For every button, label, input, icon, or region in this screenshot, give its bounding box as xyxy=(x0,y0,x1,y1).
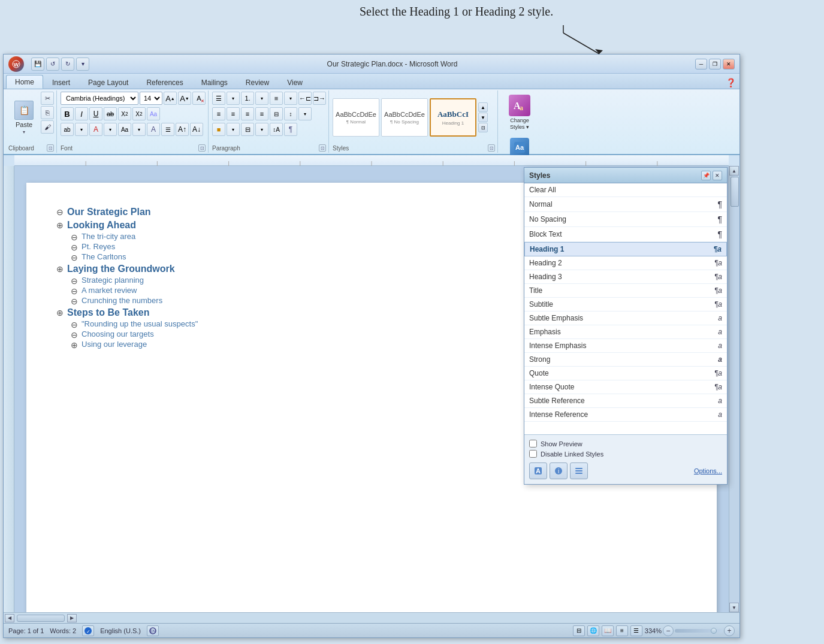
style-no-spacing-card[interactable]: AaBbCcDdEe ¶ No Spacing xyxy=(381,98,428,137)
style-inspector-btn[interactable]: i xyxy=(550,462,568,479)
styles-list[interactable]: Clear All Normal ¶ No Spacing ¶ Block Te… xyxy=(524,183,727,435)
font-family-select[interactable]: Cambria (Headings) xyxy=(61,92,138,105)
copy-button[interactable]: ⎘ xyxy=(41,106,54,119)
numbering-dropdown[interactable]: ▾ xyxy=(255,92,268,105)
numbering-btn[interactable]: 1. xyxy=(241,92,254,105)
dropdown-scale[interactable]: ▾ xyxy=(132,123,146,136)
style-normal-card[interactable]: AaBbCcDdEe ¶ Normal xyxy=(333,98,379,137)
outline-text-10[interactable]: Steps to Be Taken xyxy=(67,307,150,318)
styles-scroll-up[interactable]: ▲ xyxy=(478,102,488,112)
style-item-heading2[interactable]: Heading 2 ¶a xyxy=(524,256,727,270)
change-case-btn[interactable]: ☰ xyxy=(161,123,174,136)
manage-styles-btn[interactable] xyxy=(570,462,588,479)
style-item-intense-quote[interactable]: Intense Quote ¶a xyxy=(524,380,727,394)
style-item-heading1[interactable]: Heading 1 ¶a xyxy=(524,242,727,256)
tab-home[interactable]: Home xyxy=(6,75,43,89)
style-item-no-spacing[interactable]: No Spacing ¶ xyxy=(524,212,727,227)
save-quick-btn[interactable]: 💾 xyxy=(31,58,44,71)
subscript-button[interactable]: X2 xyxy=(118,107,131,120)
strikethrough-button[interactable]: ab xyxy=(104,107,117,120)
styles-panel-close[interactable]: ✕ xyxy=(713,171,722,180)
scroll-thumb[interactable] xyxy=(731,177,739,207)
h-scroll-thumb[interactable] xyxy=(17,615,65,622)
font-expand[interactable]: ⊡ xyxy=(198,144,206,152)
outline-text-13[interactable]: Using our leverage xyxy=(82,340,147,349)
close-btn[interactable]: ✕ xyxy=(723,59,735,69)
dropdown-highlight[interactable]: ▾ xyxy=(75,123,88,136)
outline-text-1[interactable]: Our Strategic Plan xyxy=(67,207,151,217)
disable-linked-label[interactable]: Disable Linked Styles xyxy=(541,451,603,458)
styles-panel-header[interactable]: Styles 📌 ✕ xyxy=(524,168,727,183)
style-heading1-card[interactable]: AaBbCcI Heading 1 xyxy=(430,98,476,137)
outline-text-6[interactable]: Laying the Groundwork xyxy=(67,264,175,274)
show-marks-btn[interactable]: ¶ xyxy=(284,123,297,136)
language-icon[interactable]: EN xyxy=(147,625,159,636)
style-item-emphasis[interactable]: Emphasis a xyxy=(524,325,727,339)
outline-text-2[interactable]: Looking Ahead xyxy=(67,220,136,231)
font-color-btn[interactable]: A xyxy=(89,123,102,136)
align-center-btn[interactable]: ≡ xyxy=(227,107,240,120)
view-web-btn[interactable]: 🌐 xyxy=(587,625,599,636)
view-normal-btn[interactable]: ⊟ xyxy=(573,625,585,636)
disable-linked-checkbox[interactable] xyxy=(529,450,537,458)
multilevel-dropdown[interactable]: ▾ xyxy=(284,92,297,105)
shrink-font-btn[interactable]: A▼ xyxy=(178,92,191,105)
scroll-up-btn[interactable]: ▲ xyxy=(729,166,739,176)
paragraph-expand[interactable]: ⊡ xyxy=(319,144,326,152)
new-style-btn[interactable]: A xyxy=(529,462,547,479)
scroll-left-btn[interactable]: ◀ xyxy=(5,614,14,622)
undo-quick-btn[interactable]: ↺ xyxy=(46,58,59,71)
borders-dropdown[interactable]: ▾ xyxy=(255,123,268,136)
style-item-intense-emphasis[interactable]: Intense Emphasis a xyxy=(524,339,727,353)
text-effects-btn[interactable]: Aa xyxy=(147,107,160,120)
outline-text-4[interactable]: Pt. Reyes xyxy=(82,242,115,251)
sort-btn[interactable]: ↕A xyxy=(270,123,283,136)
zoom-out-btn[interactable]: − xyxy=(663,625,674,636)
line-spacing-dropdown[interactable]: ▾ xyxy=(298,107,312,120)
scroll-right-btn[interactable]: ▶ xyxy=(67,614,77,622)
justify-btn[interactable]: ≡ xyxy=(255,107,268,120)
minimize-btn[interactable]: ─ xyxy=(695,59,707,69)
zoom-slider-thumb[interactable] xyxy=(711,628,717,634)
tab-mailings[interactable]: Mailings xyxy=(192,75,237,89)
styles-expand[interactable]: ⊡ xyxy=(488,144,495,152)
cut-button[interactable]: ✂ xyxy=(41,92,54,105)
tab-references[interactable]: References xyxy=(137,75,192,89)
tab-review[interactable]: Review xyxy=(237,75,278,89)
bold-button[interactable]: B xyxy=(61,107,74,120)
tab-insert[interactable]: Insert xyxy=(43,75,79,89)
italic-button[interactable]: I xyxy=(75,107,88,120)
bullets-dropdown[interactable]: ▾ xyxy=(227,92,240,105)
line-spacing-btn[interactable]: ↕ xyxy=(284,107,297,120)
style-item-normal[interactable]: Normal ¶ xyxy=(524,197,727,212)
style-item-title[interactable]: Title ¶a xyxy=(524,284,727,298)
zoom-in-btn[interactable]: + xyxy=(724,625,735,636)
dropdown-color[interactable]: ▾ xyxy=(104,123,117,136)
zoom-slider[interactable] xyxy=(675,629,723,633)
font-size-select[interactable]: 14 xyxy=(140,92,162,105)
restore-btn[interactable]: ❐ xyxy=(709,59,721,69)
style-item-subtle-emphasis[interactable]: Subtle Emphasis a xyxy=(524,312,727,325)
outline-text-5[interactable]: The Carltons xyxy=(82,252,126,261)
paste-dropdown[interactable]: ▾ xyxy=(23,129,25,135)
scroll-down-btn[interactable]: ▼ xyxy=(729,603,739,612)
clear-format-btn[interactable]: A ✕ xyxy=(192,92,206,105)
help-icon[interactable]: ❓ xyxy=(722,77,740,89)
style-clear-all[interactable]: Clear All xyxy=(524,183,727,197)
shading-dropdown[interactable]: ▾ xyxy=(227,123,240,136)
style-item-block-text[interactable]: Block Text ¶ xyxy=(524,227,727,242)
bullets-btn[interactable]: ☰ xyxy=(212,92,225,105)
tab-view[interactable]: View xyxy=(278,75,312,89)
show-preview-checkbox[interactable] xyxy=(529,440,537,448)
outline-text-8[interactable]: A market review xyxy=(82,286,137,295)
styles-scroll-down[interactable]: ▼ xyxy=(478,113,488,122)
grow-shrink-extra[interactable]: A↑ xyxy=(176,123,189,136)
redo-quick-btn[interactable]: ↻ xyxy=(61,58,74,71)
options-link[interactable]: Options... xyxy=(694,467,722,474)
paste-button[interactable]: 📋 Paste ▾ xyxy=(8,92,40,143)
style-item-strong[interactable]: Strong a xyxy=(524,353,727,367)
grow-font-btn[interactable]: A▲ xyxy=(164,92,177,105)
spell-check-icon[interactable]: ✓ xyxy=(82,625,94,636)
shading-btn[interactable]: ■ xyxy=(212,123,225,136)
style-item-intense-reference[interactable]: Intense Reference a xyxy=(524,408,727,422)
